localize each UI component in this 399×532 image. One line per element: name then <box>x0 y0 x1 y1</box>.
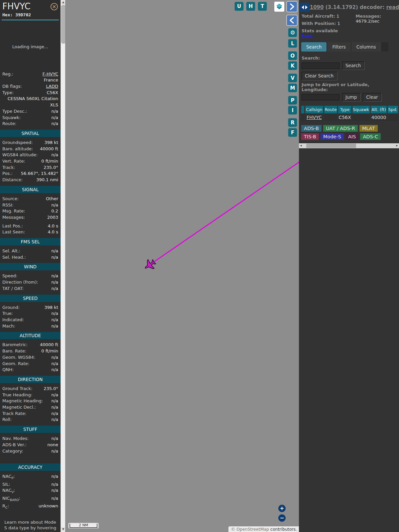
panel-collapse-button[interactable] <box>300 3 310 12</box>
map-button-k[interactable]: K <box>288 62 297 70</box>
section-header-signal: SIGNAL <box>0 186 61 193</box>
layers-icon <box>276 3 283 10</box>
detail-row: SIL:n/a <box>2 481 58 488</box>
detail-label: Groundspeed: <box>2 140 33 146</box>
col-header-altft[interactable]: Alt. (ft) <box>371 106 387 113</box>
table-row[interactable]: FHVYCC56X40000 <box>301 114 398 121</box>
info-label: DB flags: <box>2 83 22 90</box>
callsign-link[interactable]: FHVYC <box>307 115 322 120</box>
map-button-v[interactable]: V <box>288 74 297 82</box>
map-button-t[interactable]: T <box>258 2 267 11</box>
legend-badge-ais[interactable]: AIS <box>345 133 358 140</box>
col-header-route[interactable]: Route <box>324 106 337 113</box>
section-header-speed: SPEED <box>0 295 61 302</box>
jump-input[interactable] <box>302 94 339 100</box>
chevron-left-button[interactable] <box>287 15 297 25</box>
detail-value: n/a <box>29 411 58 417</box>
legend-badge-ads-b[interactable]: ADS-B <box>301 125 322 132</box>
search-button[interactable]: Search <box>342 62 364 69</box>
col-header-spd[interactable]: Spd. <box>388 106 398 113</box>
detail-row: Last Seen:4.0 s <box>2 229 58 235</box>
hscrollbar-thumb[interactable] <box>306 144 356 148</box>
detail-row: NACP:n/a <box>2 473 58 481</box>
table-cell <box>352 114 370 121</box>
detail-label: NACP: <box>2 473 15 481</box>
info-value: CESSNA 560XL Citation XLS <box>5 96 58 108</box>
info-value[interactable]: LADD <box>25 83 58 90</box>
detail-value: 56.667°, 15.482° <box>15 171 58 177</box>
tab-filters[interactable]: Filters <box>327 42 350 52</box>
scale-label: 2 NM <box>69 524 97 528</box>
scroll-right-icon[interactable]: ▶ <box>395 143 399 148</box>
detail-value: 4.0 s <box>26 223 58 229</box>
info-value: n/a <box>19 121 58 127</box>
detail-row: Sel. Head.:n/a <box>2 254 58 261</box>
search-input[interactable] <box>302 63 339 69</box>
detail-value: n/a <box>29 254 58 261</box>
stats-here-link[interactable]: here <box>302 33 313 38</box>
map-button-m[interactable]: M <box>288 84 297 92</box>
col-header-callsign[interactable]: Callsign <box>305 106 323 113</box>
detail-row: WGS84 altitude:n/a <box>2 152 58 158</box>
detail-value: n/a <box>16 202 58 208</box>
detail-value: n/a <box>31 436 58 442</box>
detail-label: Geom. Rate: <box>2 361 29 367</box>
map-button-r[interactable]: R <box>288 118 297 127</box>
col-header-type[interactable]: Type <box>338 106 351 113</box>
legend-badge-mode-s[interactable]: Mode-S <box>321 133 344 140</box>
detail-row: Mach:n/a <box>2 323 58 330</box>
detail-row: Ground Track:235.0° <box>2 386 58 392</box>
left-right-arrows-icon <box>301 4 309 10</box>
detail-label: Magnetic Heading: <box>2 398 43 404</box>
osm-link[interactable]: © OpenStreetMap <box>231 527 269 532</box>
map-button-u[interactable]: U <box>235 2 243 11</box>
col-header-squawk[interactable]: Squawk <box>352 106 370 113</box>
zoom-in-button[interactable]: + <box>278 505 286 512</box>
clear-search-button[interactable]: Clear Search <box>302 72 337 80</box>
zoom-out-button[interactable]: − <box>278 514 286 522</box>
scroll-left-icon[interactable]: ◀ <box>299 143 303 148</box>
settings-button[interactable]: ⚙ <box>288 28 297 37</box>
map-button-h[interactable]: H <box>246 2 255 11</box>
detail-value: 398 kt <box>22 305 58 311</box>
tab-search[interactable]: Search <box>301 42 327 52</box>
legend-badge-tis-b[interactable]: TIS-B <box>301 133 319 140</box>
detail-row: RC:unknown <box>2 503 58 511</box>
legend-badge-uat-ads-r[interactable]: UAT / ADS-R <box>323 125 358 132</box>
detail-row: Vert. Rate:0 ft/min <box>2 158 58 165</box>
info-value[interactable]: F-HVYC <box>16 71 58 77</box>
table-cell <box>301 114 304 121</box>
scroll-down-icon[interactable]: ▼ <box>61 527 66 532</box>
jump-button[interactable]: Jump <box>342 93 360 101</box>
jump-clear-button[interactable]: Clear <box>363 93 381 101</box>
detail-row: Nav. Modes:n/a <box>2 436 58 442</box>
map-button-f[interactable]: F <box>288 128 297 137</box>
map-button-i[interactable]: I <box>288 106 297 114</box>
table-cell: FHVYC <box>305 114 323 121</box>
scroll-up-icon[interactable]: ▲ <box>61 0 66 5</box>
map-button-p[interactable]: P <box>288 96 297 104</box>
map-canvas[interactable]: UHT ⚙ LOKVMPIRF + − 2 NM © OpenStreetMap… <box>65 0 299 532</box>
tab-columns[interactable]: Columns <box>351 42 381 52</box>
detail-value: n/a <box>13 481 58 488</box>
table-horizontal-scrollbar[interactable]: ◀ ▶ <box>299 143 399 148</box>
detail-row: Roll:n/a <box>2 417 58 423</box>
col-header-icon[interactable] <box>301 106 304 113</box>
layer-switcher-button[interactable] <box>274 2 284 12</box>
map-button-l[interactable]: L <box>288 39 297 48</box>
detail-label: Direction (from): <box>2 279 38 286</box>
detail-row: Sel. Alt.:n/a <box>2 248 58 254</box>
detail-row: Pos.:56.667°, 15.482° <box>2 171 58 177</box>
table-cell: 40000 <box>371 114 387 121</box>
sidebar-scrollbar[interactable]: ▲ ▼ <box>61 0 65 532</box>
legend-badge-ads-c[interactable]: ADS-C <box>360 133 381 140</box>
close-icon[interactable] <box>50 3 58 12</box>
readsb-link[interactable]: readsb <box>386 4 399 10</box>
message-rate: Messages: 4679.2/sec <box>355 14 381 38</box>
chevron-right-button[interactable] <box>287 2 297 12</box>
detail-label: Messages: <box>2 214 25 221</box>
legend-badge-mlat[interactable]: MLAT <box>359 125 378 132</box>
map-button-o[interactable]: O <box>288 52 297 60</box>
aircraft-marker[interactable] <box>142 257 157 272</box>
detail-value: n/a <box>18 323 58 330</box>
